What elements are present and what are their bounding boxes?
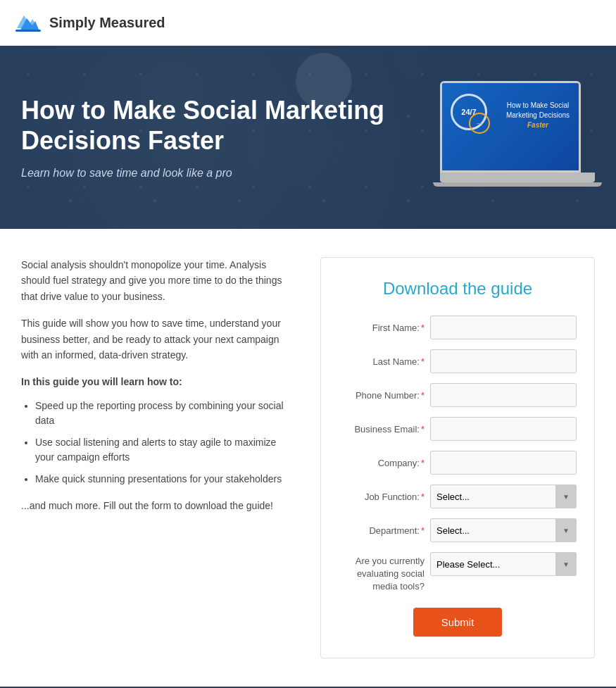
benefits-list: Speed up the reporting process by combin… (21, 399, 292, 487)
last-name-row: Last Name:* (339, 349, 577, 373)
list-item: Use social listening and alerts to stay … (35, 435, 292, 465)
laptop-base (440, 173, 595, 182)
hero-title: How to Make Social Marketing Decisions F… (21, 95, 415, 156)
department-label: Department:* (339, 525, 430, 536)
submit-button[interactable]: Submit (413, 608, 503, 637)
last-name-label: Last Name:* (339, 356, 430, 367)
required-star: * (421, 356, 425, 367)
screen-book-title: How to Make SocialMarketing DecisionsFas… (503, 101, 573, 130)
list-heading: In this guide you will learn how to: (21, 374, 292, 389)
laptop-mockup: 24/7 → How to Make SocialMarketing Decis… (440, 81, 595, 194)
submit-row: Submit (339, 608, 577, 637)
intro-paragraph-1: Social analysis shouldn't monopolize you… (21, 257, 292, 304)
required-star: * (421, 525, 425, 536)
job-function-row: Job Function:* Select... Marketing Sales… (339, 484, 577, 508)
required-star: * (421, 458, 425, 468)
social-tools-label: Are you currently evaluating social medi… (339, 552, 430, 594)
first-name-input[interactable] (430, 315, 577, 339)
laptop-base-bottom (433, 182, 602, 187)
required-star: * (421, 323, 425, 333)
list-item: Speed up the reporting process by combin… (35, 399, 292, 428)
company-label: Company:* (339, 458, 430, 468)
email-label: Business Email:* (339, 424, 430, 434)
company-row: Company:* (339, 451, 577, 475)
logo-text: Simply Measured (49, 15, 165, 31)
hero-content: How to Make Social Marketing Decisions F… (21, 95, 426, 180)
logo-container: Simply Measured (14, 8, 165, 37)
department-select-wrapper: Select... Marketing Sales IT Finance Ope… (430, 518, 577, 542)
main-content: Social analysis shouldn't monopolize you… (0, 229, 616, 687)
laptop-screen: 24/7 → How to Make SocialMarketing Decis… (440, 81, 581, 173)
job-function-select[interactable]: Select... Marketing Sales IT Finance Ope… (430, 484, 577, 508)
phone-row: Phone Number:* (339, 383, 577, 407)
hero-subtitle: Learn how to save time and look like a p… (21, 167, 426, 180)
department-row: Department:* Select... Marketing Sales I… (339, 518, 577, 542)
required-star: * (421, 390, 425, 401)
hero-section: How to Make Social Marketing Decisions F… (0, 46, 616, 229)
list-item: Make quick stunning presentations for yo… (35, 472, 292, 487)
first-name-label: First Name:* (339, 323, 430, 333)
hero-image: 24/7 → How to Make SocialMarketing Decis… (440, 81, 595, 194)
department-select[interactable]: Select... Marketing Sales IT Finance Ope… (430, 518, 577, 542)
form-title: Download the guide (339, 279, 577, 299)
site-header: Simply Measured (0, 0, 616, 46)
screen-arrow-icon: → (469, 113, 490, 134)
intro-paragraph-2: This guide will show you how to save tim… (21, 315, 292, 363)
email-input[interactable] (430, 417, 577, 441)
closing-paragraph: ...and much more. Fill out the form to d… (21, 498, 292, 513)
form-panel: Download the guide First Name:* Last Nam… (320, 257, 595, 658)
required-star: * (421, 424, 425, 434)
social-tools-select[interactable]: Please Select... Yes No Not Sure (430, 552, 577, 576)
svg-rect-0 (15, 30, 41, 32)
phone-input[interactable] (430, 383, 577, 407)
last-name-input[interactable] (430, 349, 577, 373)
company-input[interactable] (430, 451, 577, 475)
logo-icon (14, 8, 42, 37)
job-function-label: Job Function:* (339, 492, 430, 502)
email-row: Business Email:* (339, 417, 577, 441)
required-star: * (421, 492, 425, 502)
left-content: Social analysis shouldn't monopolize you… (21, 257, 292, 658)
first-name-row: First Name:* (339, 315, 577, 339)
phone-label: Phone Number:* (339, 390, 430, 401)
social-tools-row: Are you currently evaluating social medi… (339, 552, 577, 594)
social-tools-select-wrapper: Please Select... Yes No Not Sure (430, 552, 577, 576)
job-function-select-wrapper: Select... Marketing Sales IT Finance Ope… (430, 484, 577, 508)
